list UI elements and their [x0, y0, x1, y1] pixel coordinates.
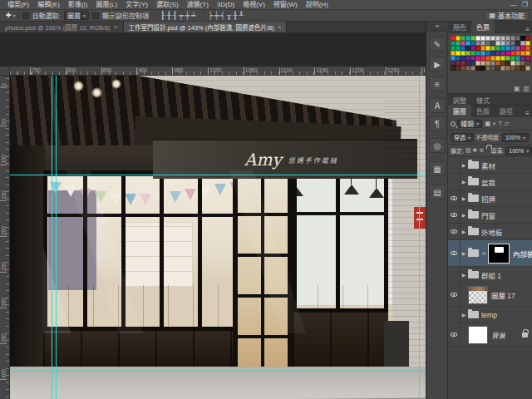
- layer-thumbnail[interactable]: [468, 326, 488, 344]
- expander-icon[interactable]: ▶: [461, 195, 467, 201]
- actions-panel-icon[interactable]: ▶: [429, 57, 446, 71]
- menu-item[interactable]: 視窗(W): [269, 0, 302, 10]
- info-panel-icon[interactable]: ▤: [429, 185, 446, 200]
- menu-item[interactable]: 影像(I): [64, 0, 92, 10]
- layer-row[interactable]: ▶群組 1: [448, 267, 532, 283]
- close-icon[interactable]: ×: [114, 23, 118, 31]
- ruler-corner[interactable]: [0, 66, 10, 76]
- align-button[interactable]: ┯: [178, 12, 184, 20]
- filter-type-icon[interactable]: ▱: [503, 120, 510, 127]
- tab-color[interactable]: 顏色: [448, 21, 471, 33]
- expander-icon[interactable]: ▶: [461, 312, 467, 318]
- horizontal-ruler[interactable]: 7508008509009501000105011001150120012501…: [0, 66, 426, 76]
- menu-item[interactable]: 圖層(L): [91, 0, 121, 10]
- panel-menu-icon[interactable]: ≡: [525, 110, 532, 117]
- distribute-button[interactable]: ┥: [219, 12, 225, 20]
- opacity-dropdown[interactable]: 100% ▾: [502, 133, 529, 142]
- tab-swatches[interactable]: 色票: [471, 21, 495, 33]
- guide-vertical[interactable]: [52, 76, 52, 399]
- layer-thumbnail[interactable]: [468, 286, 488, 304]
- visibility-toggle[interactable]: [448, 307, 461, 323]
- expander-icon[interactable]: ▶: [461, 179, 467, 185]
- character-panel-icon[interactable]: A: [429, 98, 446, 113]
- expander-icon[interactable]: ▶: [461, 212, 467, 218]
- expand-panels-icon[interactable]: «: [426, 22, 448, 32]
- visibility-toggle[interactable]: [448, 240, 461, 266]
- layer-row[interactable]: ▶∞內部裝潢: [448, 240, 532, 267]
- align-button[interactable]: ╂: [165, 12, 171, 20]
- layer-mask-thumbnail[interactable]: [488, 244, 510, 264]
- align-button[interactable]: ┷: [190, 12, 196, 20]
- visibility-toggle[interactable]: [448, 157, 461, 173]
- fill-dropdown[interactable]: 100% ▾: [505, 146, 532, 155]
- tool-preset-picker[interactable]: ✚ ▾: [3, 10, 19, 21]
- tool-presets-panel-icon[interactable]: ≡: [429, 76, 446, 91]
- auto-select-checkbox[interactable]: [22, 12, 29, 19]
- layer-row[interactable]: ▶temp: [448, 307, 532, 323]
- tab-adjustments[interactable]: 調整: [448, 94, 471, 105]
- menu-item[interactable]: 說明(H): [302, 0, 332, 10]
- delete-swatch-icon[interactable]: ▥: [523, 85, 530, 92]
- menu-item[interactable]: 檔案(F): [3, 0, 33, 10]
- layer-row[interactable]: ▶外地板: [448, 224, 532, 240]
- visibility-toggle[interactable]: [448, 207, 461, 223]
- distribute-button[interactable]: ╂: [232, 12, 238, 20]
- auto-select-dropdown[interactable]: 圖層 ▾: [64, 11, 89, 20]
- distribute-button[interactable]: ┝: [208, 12, 214, 20]
- show-transform-checkbox[interactable]: [92, 12, 99, 19]
- visibility-toggle[interactable]: [448, 190, 461, 206]
- document-tab[interactable]: photos.psd @ 100% (圖層 10, RGB/8)×: [0, 22, 124, 32]
- lock-transparency-icon[interactable]: ▨: [466, 147, 471, 154]
- layer-row[interactable]: ▶盆栽: [448, 174, 532, 190]
- expander-icon[interactable]: ▶: [461, 229, 467, 234]
- guide-vertical[interactable]: [419, 76, 420, 399]
- menu-item[interactable]: 濾鏡(T): [183, 0, 213, 10]
- menu-item[interactable]: 3D(D): [213, 0, 239, 10]
- guide-horizontal[interactable]: [10, 371, 426, 372]
- canvas[interactable]: Amy 恁媽手作裁縫: [10, 76, 426, 399]
- layer-row[interactable]: ▶門窗: [448, 207, 532, 224]
- minimize-icon[interactable]: —: [510, 1, 517, 9]
- workspace-switcher[interactable]: ▦ 基本功能: [485, 11, 529, 21]
- vertical-ruler[interactable]: 050100150200250300350400450: [0, 76, 10, 399]
- filter-type-icon[interactable]: ◐: [492, 120, 498, 127]
- filter-kind-dropdown[interactable]: 種類 ▾: [457, 120, 482, 128]
- color-swatch[interactable]: [525, 66, 530, 71]
- tab-paths[interactable]: 路徑: [495, 105, 518, 117]
- distribute-button[interactable]: ┸: [239, 12, 244, 20]
- align-button[interactable]: ┿: [185, 12, 190, 20]
- tab-channels[interactable]: 色版: [471, 105, 495, 117]
- brush-panel-icon[interactable]: ✎: [429, 37, 446, 52]
- layer-row[interactable]: 背景: [448, 323, 532, 347]
- document-tab[interactable]: 工作室門設計.psd @ 143% (內部裝潢, 圖層遮色片/8)×: [124, 22, 288, 32]
- visibility-toggle[interactable]: [448, 174, 461, 190]
- visibility-toggle[interactable]: [448, 323, 461, 346]
- visibility-toggle[interactable]: [448, 224, 461, 239]
- menu-item[interactable]: 文字(Y): [121, 0, 152, 10]
- visibility-toggle[interactable]: [448, 283, 461, 306]
- lock-position-icon[interactable]: ⊕: [479, 147, 484, 154]
- paragraph-panel-icon[interactable]: ¶: [429, 116, 446, 131]
- expander-icon[interactable]: ▶: [461, 250, 467, 256]
- expander-icon[interactable]: ▶: [461, 272, 467, 278]
- visibility-toggle[interactable]: [448, 267, 461, 283]
- panel-menu-icon[interactable]: ≡: [525, 26, 532, 33]
- menu-item[interactable]: 編輯(E): [33, 0, 64, 10]
- lock-pixels-icon[interactable]: ✚: [473, 147, 478, 154]
- layer-row[interactable]: 圖層 17: [448, 283, 532, 307]
- layer-row[interactable]: ▶招牌: [448, 190, 532, 207]
- expander-icon[interactable]: ▶: [461, 162, 467, 168]
- filter-type-icon[interactable]: T: [497, 120, 503, 127]
- clone-source-panel-icon[interactable]: ◎: [429, 138, 446, 153]
- histogram-panel-icon[interactable]: ▦: [429, 161, 446, 176]
- menu-item[interactable]: 檢視(V): [239, 0, 269, 10]
- tab-styles[interactable]: 樣式: [471, 94, 495, 105]
- close-icon[interactable]: ×: [278, 23, 282, 31]
- guide-horizontal[interactable]: [10, 175, 426, 175]
- tab-layers[interactable]: 圖層: [448, 105, 471, 117]
- blend-mode-dropdown[interactable]: 穿過 ▾: [451, 133, 474, 142]
- menu-item[interactable]: 選取(S): [152, 0, 183, 10]
- guide-vertical[interactable]: [56, 76, 57, 399]
- new-swatch-icon[interactable]: ▣: [514, 85, 520, 92]
- layer-row[interactable]: ▶素材: [448, 157, 532, 174]
